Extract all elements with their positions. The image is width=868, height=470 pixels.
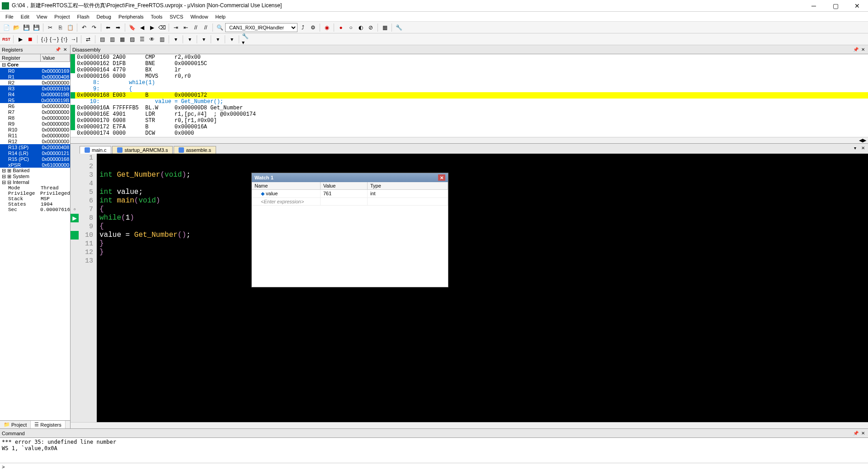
disasm-line[interactable]: 0x00000174 0000 DCW 0x0000 <box>71 130 868 136</box>
watch-col-name[interactable]: Name <box>252 182 321 189</box>
breakpoint-enable-icon[interactable]: ○ <box>346 23 355 32</box>
disasm-line[interactable]: 8: while(1) <box>71 80 868 86</box>
register-row[interactable]: R70x00000000 <box>0 109 70 115</box>
uncomment-icon[interactable]: // <box>201 23 210 32</box>
step-icon[interactable]: {↓} <box>40 35 49 44</box>
watch-col-type[interactable]: Type <box>368 182 448 189</box>
runto-icon[interactable]: →| <box>70 35 79 44</box>
config-icon[interactable]: ⚙ <box>308 23 317 32</box>
register-tree[interactable]: Core R00x00000169R10x00000408R20x0000000… <box>0 62 70 420</box>
reg-group-internal[interactable]: ⊟ Internal <box>0 179 70 185</box>
nav-back-icon[interactable]: ⬅ <box>104 23 113 32</box>
watch-row[interactable]: ◆ value 761 int <box>252 190 448 198</box>
serial-window-icon[interactable]: ▾ <box>171 35 180 44</box>
tab-assemble[interactable]: assemble.s <box>174 146 216 154</box>
disasm-line[interactable]: 0x0000016E 4901 LDR r1,[pc,#4] ; @0x0000… <box>71 111 868 118</box>
command-output[interactable]: *** error 35: undefined line number WS 1… <box>0 438 868 463</box>
bookmark-clear-icon[interactable]: ⌫ <box>157 23 166 32</box>
new-icon[interactable]: 📄 <box>2 23 11 32</box>
reset-icon[interactable]: RST <box>2 35 11 44</box>
cmd-window-icon[interactable]: ▤ <box>98 35 107 44</box>
disasm-close-icon[interactable]: ✕ <box>860 47 866 53</box>
register-row[interactable]: R40x0000019B <box>0 91 70 97</box>
reg-col-value[interactable]: Value <box>41 54 70 61</box>
tab-registers[interactable]: ☰ Registers <box>31 421 65 428</box>
maximize-button[interactable]: ▢ <box>826 1 844 11</box>
code-editor[interactable]: ◦▶ 12345678910111213 int Get_Number(void… <box>71 154 868 422</box>
editor-dropdown-icon[interactable]: ▾ <box>852 145 858 151</box>
reg-col-name[interactable]: Register <box>0 54 41 61</box>
panel-close-icon[interactable]: ✕ <box>62 47 68 53</box>
watch-add-row[interactable]: <Enter expression> <box>252 198 448 206</box>
trace-window-icon[interactable]: ▾ <box>199 35 208 44</box>
register-row[interactable]: R50x0000019B <box>0 97 70 103</box>
register-row[interactable]: xPSR0x61000000 <box>0 162 70 168</box>
disasm-window-icon[interactable]: ▥ <box>108 35 117 44</box>
tools-icon[interactable]: 🔧 <box>394 23 403 32</box>
editor-close-icon[interactable]: ✕ <box>860 145 866 151</box>
register-row[interactable]: R13 (SP)0x20000408 <box>0 144 70 150</box>
indent-icon[interactable]: ⇥ <box>171 23 180 32</box>
debug-settings-icon[interactable]: 🔧▾ <box>241 35 250 44</box>
disasm-line[interactable]: 0x00000162 D1FB BNE 0x0000015C <box>71 61 868 67</box>
toolbox-icon[interactable]: ▾ <box>227 35 236 44</box>
menu-project[interactable]: Project <box>51 13 73 20</box>
memory-window-icon[interactable]: ▥ <box>157 35 166 44</box>
register-row[interactable]: R60x00000000 <box>0 103 70 109</box>
registers-window-icon[interactable]: ▨ <box>127 35 137 44</box>
register-row[interactable]: R15 (PC)0x00000168 <box>0 156 70 162</box>
find-icon[interactable]: 🔍 <box>215 23 224 32</box>
paste-icon[interactable]: 📋 <box>66 23 75 32</box>
undo-icon[interactable]: ↶ <box>80 23 89 32</box>
menu-help[interactable]: Help <box>212 13 229 20</box>
register-row[interactable]: R120x00000000 <box>0 138 70 144</box>
open-icon[interactable]: 📂 <box>12 23 21 32</box>
run-icon[interactable]: ▶ <box>16 35 25 44</box>
breakpoint-disable-icon[interactable]: ◐ <box>356 23 365 32</box>
copy-icon[interactable]: ⎘ <box>56 23 65 32</box>
command-input[interactable] <box>7 464 866 470</box>
analysis-window-icon[interactable]: ▾ <box>185 35 194 44</box>
menu-edit[interactable]: Edit <box>17 13 33 20</box>
watch-body[interactable]: ◆ value 761 int <Enter expression> <box>252 190 448 287</box>
menu-tools[interactable]: Tools <box>147 13 166 20</box>
stepover-icon[interactable]: {→} <box>50 35 59 44</box>
stop-icon[interactable]: ⏹ <box>26 35 35 44</box>
register-row[interactable]: R80x00000000 <box>0 115 70 121</box>
disasm-scrollbar[interactable]: ◀ ▶ <box>71 137 868 143</box>
command-close-icon[interactable]: ✕ <box>860 430 866 437</box>
reg-group-system[interactable]: ⊞ System <box>0 174 70 179</box>
nav-fwd-icon[interactable]: ➡ <box>113 23 123 32</box>
cut-icon[interactable]: ✂ <box>46 23 55 32</box>
register-row[interactable]: R100x00000000 <box>0 127 70 132</box>
outdent-icon[interactable]: ⇤ <box>181 23 190 32</box>
register-row[interactable]: R00x00000169 <box>0 68 70 74</box>
register-row[interactable]: R14 (LR)0x00000121 <box>0 150 70 156</box>
menu-view[interactable]: View <box>33 13 51 20</box>
panel-pin-icon[interactable]: 📌 <box>55 47 61 53</box>
watch-col-value[interactable]: Value <box>321 182 368 189</box>
disasm-line[interactable]: 0x00000172 E7FA B 0x0000016A <box>71 124 868 130</box>
menu-file[interactable]: File <box>2 13 17 20</box>
menu-flash[interactable]: Flash <box>74 13 93 20</box>
disassembly-content[interactable]: 0x00000160 2A00 CMP r2,#0x000x00000162 D… <box>71 54 868 137</box>
command-pin-icon[interactable]: 📌 <box>853 430 859 437</box>
disasm-pin-icon[interactable]: 📌 <box>853 47 859 53</box>
watch-titlebar[interactable]: Watch 1 ✕ <box>252 173 448 182</box>
save-icon[interactable]: 💾 <box>22 23 31 32</box>
debug-icon[interactable]: ◉ <box>322 23 331 32</box>
symbol-window-icon[interactable]: ▦ <box>118 35 127 44</box>
disasm-line[interactable]: 0x00000166 0000 MOVS r0,r0 <box>71 73 868 80</box>
redo-icon[interactable]: ↷ <box>90 23 99 32</box>
editor-scrollbar[interactable] <box>71 422 868 428</box>
watch-window[interactable]: Watch 1 ✕ Name Value Type ◆ value 761 in… <box>251 173 448 287</box>
bookmark-next-icon[interactable]: ▶ <box>147 23 156 32</box>
menu-svcs[interactable]: SVCS <box>166 13 187 20</box>
saveall-icon[interactable]: 💾 <box>32 23 41 32</box>
disasm-line[interactable]: 10: value = Get_Number(); <box>71 99 868 105</box>
register-row[interactable]: R20x00000000 <box>0 80 70 85</box>
reg-group-core[interactable]: Core <box>0 62 70 68</box>
bookmark-prev-icon[interactable]: ◀ <box>137 23 146 32</box>
disasm-line[interactable]: 0x00000160 2A00 CMP r2,#0x00 <box>71 54 868 61</box>
reg-group-banked[interactable]: ⊞ Banked <box>0 168 70 174</box>
